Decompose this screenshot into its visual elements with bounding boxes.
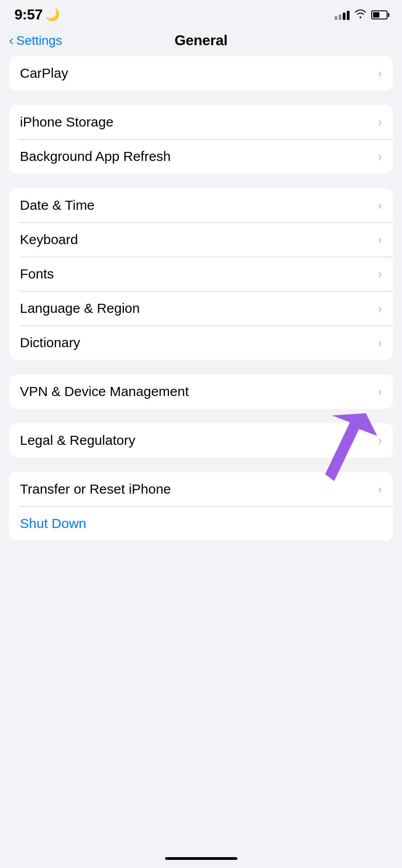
signal-icon — [335, 10, 350, 20]
moon-icon: 🌙 — [45, 8, 60, 22]
chevron-right-icon: › — [378, 302, 382, 316]
transfer-reset-item[interactable]: Transfer or Reset iPhone › — [9, 472, 393, 506]
settings-content: CarPlay › iPhone Storage › Background Ap… — [0, 56, 402, 582]
chevron-right-icon: › — [378, 66, 382, 80]
wifi-icon — [354, 9, 367, 21]
status-icons — [335, 9, 388, 21]
carplay-label: CarPlay — [20, 66, 68, 81]
transfer-reset-label: Transfer or Reset iPhone — [20, 481, 171, 497]
iphone-storage-label: iPhone Storage — [20, 114, 114, 130]
status-bar: 9:57 🌙 — [0, 0, 402, 27]
keyboard-item[interactable]: Keyboard › — [9, 222, 393, 257]
back-chevron-icon: ‹ — [9, 33, 14, 48]
legal-regulatory-item[interactable]: Legal & Regulatory › — [9, 423, 393, 458]
chevron-right-icon: › — [378, 115, 382, 129]
storage-group: iPhone Storage › Background App Refresh … — [9, 105, 393, 174]
reset-group: Transfer or Reset iPhone › Shut Down — [9, 472, 393, 541]
back-button[interactable]: ‹ Settings — [9, 33, 62, 48]
language-region-item[interactable]: Language & Region › — [9, 291, 393, 326]
battery-icon — [371, 10, 388, 19]
chevron-right-icon: › — [378, 385, 382, 399]
legal-regulatory-label: Legal & Regulatory — [20, 433, 135, 448]
shut-down-label: Shut Down — [20, 516, 86, 531]
locale-group: Date & Time › Keyboard › Fonts › Languag… — [9, 188, 393, 360]
vpn-device-management-item[interactable]: VPN & Device Management › — [9, 374, 393, 409]
language-region-label: Language & Region — [20, 301, 140, 316]
carplay-group: CarPlay › — [9, 56, 393, 90]
chevron-right-icon: › — [378, 336, 382, 350]
chevron-right-icon: › — [378, 267, 382, 281]
keyboard-label: Keyboard — [20, 232, 78, 247]
status-time: 9:57 — [14, 6, 43, 23]
background-app-refresh-label: Background App Refresh — [20, 149, 171, 164]
vpn-group: VPN & Device Management › — [9, 374, 393, 409]
home-indicator — [165, 857, 237, 860]
background-app-refresh-item[interactable]: Background App Refresh › — [9, 139, 393, 174]
date-time-item[interactable]: Date & Time › — [9, 188, 393, 222]
chevron-right-icon: › — [378, 434, 382, 448]
reset-section-container: Transfer or Reset iPhone › Shut Down — [9, 472, 393, 541]
dictionary-label: Dictionary — [20, 335, 80, 350]
iphone-storage-item[interactable]: iPhone Storage › — [9, 105, 393, 139]
page-title: General — [175, 32, 227, 49]
chevron-right-icon: › — [378, 198, 382, 212]
shut-down-item[interactable]: Shut Down — [9, 506, 393, 541]
dictionary-item[interactable]: Dictionary › — [9, 326, 393, 360]
carplay-item[interactable]: CarPlay › — [9, 56, 393, 90]
nav-header: ‹ Settings General — [0, 27, 402, 56]
back-label: Settings — [16, 33, 62, 48]
fonts-label: Fonts — [20, 266, 54, 282]
chevron-right-icon: › — [378, 482, 382, 496]
chevron-right-icon: › — [378, 233, 382, 247]
legal-group: Legal & Regulatory › — [9, 423, 393, 458]
chevron-right-icon: › — [378, 150, 382, 164]
date-time-label: Date & Time — [20, 198, 95, 213]
vpn-device-management-label: VPN & Device Management — [20, 384, 189, 399]
fonts-item[interactable]: Fonts › — [9, 257, 393, 291]
